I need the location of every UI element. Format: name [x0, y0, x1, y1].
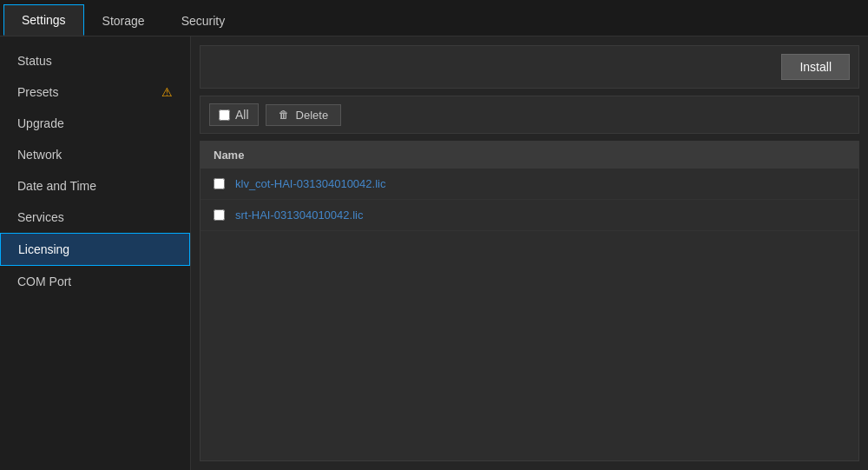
- tab-security[interactable]: Security: [163, 4, 244, 36]
- sidebar-item-date-and-time[interactable]: Date and Time: [0, 170, 190, 202]
- tab-storage[interactable]: Storage: [84, 4, 163, 36]
- all-checkbox-container: All: [209, 103, 259, 126]
- warning-icon: ⚠: [161, 85, 173, 99]
- sidebar: Status Presets ⚠ Upgrade Network Date an…: [0, 36, 191, 470]
- file-link-1[interactable]: klv_cot-HAI-031304010042.lic: [235, 177, 385, 190]
- file-checkbox-2[interactable]: [214, 209, 225, 221]
- file-link-2[interactable]: srt-HAI-031304010042.lic: [235, 209, 363, 222]
- all-checkbox[interactable]: [219, 109, 230, 121]
- main-layout: Status Presets ⚠ Upgrade Network Date an…: [0, 36, 868, 470]
- sidebar-item-com-port[interactable]: COM Port: [0, 266, 190, 297]
- tab-settings[interactable]: Settings: [3, 4, 84, 36]
- sidebar-item-licensing[interactable]: Licensing: [0, 233, 190, 266]
- tab-bar: Settings Storage Security: [0, 0, 868, 36]
- sidebar-item-services[interactable]: Services: [0, 202, 190, 233]
- file-list-header: Name: [201, 142, 858, 169]
- delete-button[interactable]: 🗑 Delete: [266, 104, 342, 126]
- file-list: Name klv_cot-HAI-031304010042.lic srt-HA…: [200, 141, 859, 461]
- trash-icon: 🗑: [279, 109, 289, 121]
- content-area: Install All 🗑 Delete Name klv_cot-HAI-03…: [191, 36, 868, 470]
- sidebar-item-presets[interactable]: Presets ⚠: [0, 76, 190, 108]
- install-button[interactable]: Install: [781, 54, 850, 80]
- table-row: klv_cot-HAI-031304010042.lic: [201, 169, 858, 200]
- table-row: srt-HAI-031304010042.lic: [201, 200, 858, 231]
- sidebar-item-network[interactable]: Network: [0, 139, 190, 170]
- sidebar-item-upgrade[interactable]: Upgrade: [0, 108, 190, 139]
- action-bar: All 🗑 Delete: [200, 96, 859, 134]
- sidebar-item-status[interactable]: Status: [0, 45, 190, 76]
- file-checkbox-1[interactable]: [214, 178, 225, 189]
- install-bar: Install: [200, 45, 859, 89]
